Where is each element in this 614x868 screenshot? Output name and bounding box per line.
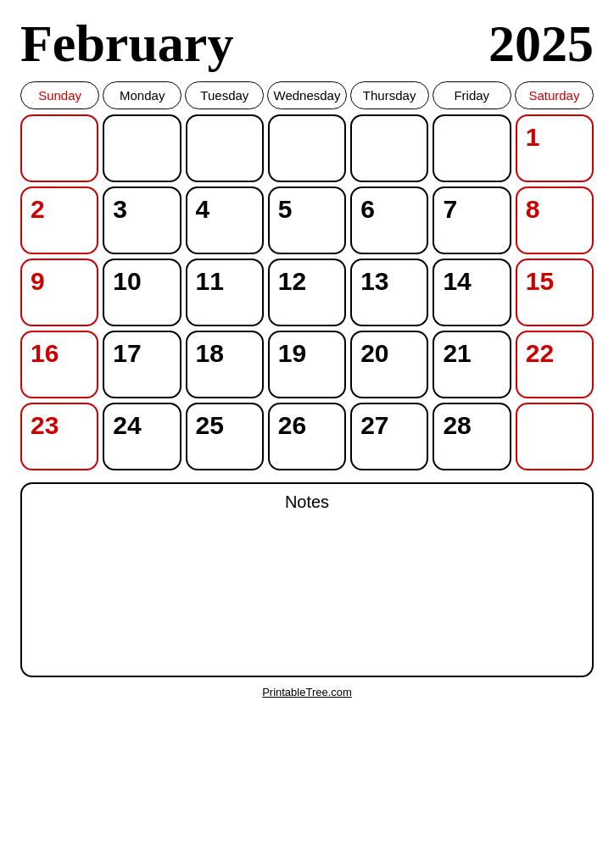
footer: PrintableTree.com: [262, 686, 352, 698]
day-cell-empty-0-2[interactable]: [186, 114, 264, 182]
day-cell-26[interactable]: 26: [268, 403, 346, 470]
day-cell-empty-4-6[interactable]: [516, 403, 594, 470]
day-cell-13[interactable]: 13: [350, 259, 428, 326]
day-cell-21[interactable]: 21: [433, 331, 511, 398]
day-cell-18[interactable]: 18: [186, 331, 264, 398]
day-header-thursday: Thursday: [350, 81, 429, 109]
day-cell-12[interactable]: 12: [268, 259, 346, 326]
day-cell-27[interactable]: 27: [350, 403, 428, 470]
week-row-2: 2345678: [20, 186, 594, 254]
day-cell-9[interactable]: 9: [20, 259, 98, 326]
day-cell-16[interactable]: 16: [20, 331, 98, 398]
week-row-3: 9101112131415: [20, 259, 594, 326]
day-header-sunday: Sunday: [20, 81, 99, 109]
day-cell-17[interactable]: 17: [103, 331, 181, 398]
day-header-saturday: Saturday: [515, 81, 594, 109]
day-header-friday: Friday: [433, 81, 511, 109]
day-header-monday: Monday: [103, 81, 181, 109]
day-cell-3[interactable]: 3: [103, 186, 181, 254]
day-cell-28[interactable]: 28: [433, 403, 511, 470]
notes-section[interactable]: Notes: [20, 482, 594, 677]
day-cell-5[interactable]: 5: [268, 186, 346, 254]
day-cell-empty-0-3[interactable]: [268, 114, 346, 182]
weeks-grid: 1234567891011121314151617181920212223242…: [20, 114, 594, 470]
year-title: 2025: [488, 17, 594, 70]
day-cell-19[interactable]: 19: [268, 331, 346, 398]
week-row-4: 16171819202122: [20, 331, 594, 398]
week-row-1: 1: [20, 114, 594, 182]
day-cell-empty-0-0[interactable]: [20, 114, 98, 182]
day-cell-25[interactable]: 25: [186, 403, 264, 470]
notes-title: Notes: [34, 492, 580, 512]
day-cell-empty-0-5[interactable]: [433, 114, 511, 182]
day-headers: SundayMondayTuesdayWednesdayThursdayFrid…: [20, 81, 594, 109]
day-cell-7[interactable]: 7: [433, 186, 511, 254]
day-cell-2[interactable]: 2: [20, 186, 98, 254]
day-header-wednesday: Wednesday: [267, 81, 346, 109]
day-cell-empty-0-4[interactable]: [350, 114, 428, 182]
calendar-header: February 2025: [20, 17, 594, 70]
day-cell-23[interactable]: 23: [20, 403, 98, 470]
day-cell-20[interactable]: 20: [350, 331, 428, 398]
day-header-tuesday: Tuesday: [185, 81, 264, 109]
month-title: February: [20, 17, 233, 70]
day-cell-15[interactable]: 15: [516, 259, 594, 326]
day-cell-6[interactable]: 6: [350, 186, 428, 254]
day-cell-8[interactable]: 8: [516, 186, 594, 254]
day-cell-14[interactable]: 14: [433, 259, 511, 326]
week-row-5: 232425262728: [20, 403, 594, 470]
day-cell-4[interactable]: 4: [186, 186, 264, 254]
day-cell-24[interactable]: 24: [103, 403, 181, 470]
day-cell-11[interactable]: 11: [186, 259, 264, 326]
day-cell-22[interactable]: 22: [516, 331, 594, 398]
day-cell-10[interactable]: 10: [103, 259, 181, 326]
day-cell-1[interactable]: 1: [516, 114, 594, 182]
day-cell-empty-0-1[interactable]: [103, 114, 181, 182]
